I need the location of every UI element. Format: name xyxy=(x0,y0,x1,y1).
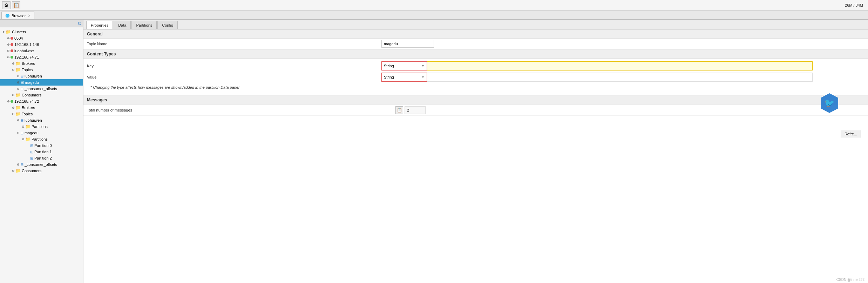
toggle-consumers-7471: ⊕ xyxy=(11,93,15,97)
tree-node-clusters[interactable]: ▾ 📁 Clusters xyxy=(0,29,83,35)
messages-row: Total number of messages 📋 2 xyxy=(83,105,868,116)
tree-node-192-168-1-146[interactable]: ⊕ 192.168.1.146 xyxy=(0,41,83,48)
tab-partitions[interactable]: Partitions xyxy=(131,21,157,29)
tree-node-magedu-7471[interactable]: ⊕ ⊞ magedu xyxy=(0,79,83,86)
folder-icon-consumers-7472: 📁 xyxy=(15,168,21,173)
tree-node-topics-7471[interactable]: ⊖ 📁 Topics xyxy=(0,67,83,73)
toggle-partitions-luohuiwen-7472: ⊕ xyxy=(21,125,25,128)
toggle-topics-7471: ⊖ xyxy=(11,68,15,72)
tree-area: ▾ 📁 Clusters ⊕ 0504 ⊕ 192.168.1.146 ⊕ lu… xyxy=(0,27,83,175)
label-partitions-magedu-7472: Partitions xyxy=(32,137,48,141)
browser-tab-close[interactable]: ✕ xyxy=(28,14,30,18)
sidebar-refresh-icon[interactable]: ↻ xyxy=(77,21,82,26)
key-type-extra-input[interactable] xyxy=(427,61,813,70)
tree-node-consumer-offsets-7471[interactable]: ⊕ ⊞ _consumer_offsets xyxy=(0,86,83,92)
tree-node-partition-2[interactable]: ⊞ Partition 2 xyxy=(0,155,83,161)
tree-node-192-168-74-71[interactable]: ⊖ 192.168.74.71 xyxy=(0,54,83,60)
content-panel: Properties Data Partitions Config Genera… xyxy=(83,20,868,283)
value-type-dropdown-arrow: ▼ xyxy=(421,75,425,79)
label-consumers-7472: Consumers xyxy=(22,169,41,173)
folder-icon-topics-7472: 📁 xyxy=(15,112,21,116)
toolbar-btn-1[interactable]: ⚙ xyxy=(2,1,11,9)
table-icon-magedu-7471: ⊞ xyxy=(20,80,24,85)
folder-icon-partitions-magedu-7472: 📁 xyxy=(25,137,30,142)
tree-node-topics-7472[interactable]: ⊖ 📁 Topics xyxy=(0,111,83,117)
browser-tab-icon: 🌐 xyxy=(5,14,9,18)
table-icon-luohuiwen-7471: ⊞ xyxy=(20,74,23,79)
content-types-area: Key String ▼ Value xyxy=(83,59,868,95)
key-type-select[interactable]: String ▼ xyxy=(381,61,427,70)
label-consumer-offsets-7471: _consumer_offsets xyxy=(25,87,57,91)
label-brokers-7471: Brokers xyxy=(22,61,35,66)
value-type-row: Value String ▼ xyxy=(87,73,864,82)
tree-node-magedu-7472[interactable]: ⊖ ⊞ magedu xyxy=(0,130,83,136)
tree-node-brokers-7471[interactable]: ⊕ 📁 Brokers xyxy=(0,60,83,67)
folder-icon-partitions-luohuiwen-7472: 📁 xyxy=(25,124,30,129)
tree-node-partitions-luohuiwen-7472[interactable]: ⊕ 📁 Partitions xyxy=(0,123,83,130)
table-icon-consumer-offsets-7472: ⊞ xyxy=(20,162,23,167)
tree-node-partition-0[interactable]: ⊞ Partition 0 xyxy=(0,142,83,149)
total-messages-value: 2 xyxy=(405,106,426,114)
tree-node-luoohuiwne[interactable]: ⊕ luoohuiwne xyxy=(0,48,83,54)
label-luoohuiwne: luoohuiwne xyxy=(14,49,34,53)
tab-properties[interactable]: Properties xyxy=(86,21,113,29)
browser-tab[interactable]: 🌐 Browser ✕ xyxy=(1,12,34,19)
label-192-168-74-72: 192.168.74.72 xyxy=(14,99,39,103)
bird-logo: 🐦 xyxy=(819,93,840,114)
tree-node-partition-1[interactable]: ⊞ Partition 1 xyxy=(0,149,83,155)
key-type-dropdown-arrow: ▼ xyxy=(421,64,425,68)
tab-partitions-label: Partitions xyxy=(136,23,152,27)
status-dot-luoohuiwne xyxy=(11,49,13,52)
tab-bar: 🌐 Browser ✕ xyxy=(0,11,868,20)
tree-node-partitions-magedu-7472[interactable]: ⊖ 📁 Partitions xyxy=(0,136,83,142)
section-content-types-title: Content Types xyxy=(87,52,116,56)
toggle-consumer-offsets-7471: ⊕ xyxy=(16,87,20,90)
table-icon-magedu-7472: ⊞ xyxy=(20,131,23,135)
label-brokers-7472: Brokers xyxy=(22,106,35,110)
tree-node-0504[interactable]: ⊕ 0504 xyxy=(0,35,83,41)
key-label: Key xyxy=(87,64,157,68)
section-content-types: Content Types Key String ▼ xyxy=(83,49,868,95)
content-tabs: Properties Data Partitions Config xyxy=(83,20,868,29)
status-dot-0504 xyxy=(11,37,13,40)
label-partition-1: Partition 1 xyxy=(34,150,52,154)
tab-config[interactable]: Config xyxy=(157,21,178,29)
settings-icon: ⚙ xyxy=(4,2,9,8)
toggle-brokers-7471: ⊕ xyxy=(11,62,15,65)
tree-node-192-168-74-72[interactable]: ⊖ 192.168.74.72 xyxy=(0,98,83,105)
toggle-magedu-7472: ⊖ xyxy=(16,131,20,135)
prop-row-topic-name: Topic Name xyxy=(83,39,868,49)
toolbar-buttons: ⚙ 📋 xyxy=(2,1,20,9)
memory-info: 26M / 34M xyxy=(845,3,866,7)
tree-node-consumers-7471[interactable]: ⊕ 📁 Consumers xyxy=(0,92,83,98)
properties-body: General Topic Name Content Types Key xyxy=(83,29,868,283)
tree-node-consumer-offsets-7472[interactable]: ⊕ ⊞ _consumer_offsets xyxy=(0,161,83,168)
clusters-folder-icon: 📁 xyxy=(6,29,11,34)
tab-data[interactable]: Data xyxy=(114,21,131,29)
value-type-select[interactable]: String ▼ xyxy=(381,73,427,82)
toggle-brokers-7472: ⊕ xyxy=(11,106,15,109)
toggle-consumer-offsets-7472: ⊕ xyxy=(16,163,20,166)
tree-node-consumers-7472[interactable]: ⊕ 📁 Consumers xyxy=(0,168,83,174)
value-label: Value xyxy=(87,75,157,79)
topic-name-value xyxy=(157,40,868,48)
tree-node-luohuiwen-7472[interactable]: ⊖ ⊞ luohuiwen xyxy=(0,117,83,123)
copy-messages-btn[interactable]: 📋 xyxy=(395,106,403,114)
main-layout: ↻ ▾ 📁 Clusters ⊕ 0504 ⊕ 192.168.1.146 xyxy=(0,20,868,283)
label-partition-0: Partition 0 xyxy=(34,143,52,148)
toggle-topics-7472: ⊖ xyxy=(11,112,15,116)
section-messages-header: Messages xyxy=(83,95,868,105)
sidebar-header: ↻ xyxy=(0,20,83,27)
label-192-168-1-146: 192.168.1.146 xyxy=(14,42,39,47)
label-topics-7472: Topics xyxy=(22,112,33,116)
clusters-label: Clusters xyxy=(12,30,26,34)
toolbar-btn-2[interactable]: 📋 xyxy=(12,1,20,9)
refresh-button[interactable]: Refre... xyxy=(841,130,861,138)
topic-name-input[interactable] xyxy=(381,40,434,48)
tab-config-label: Config xyxy=(162,23,173,27)
toggle-consumers-7472: ⊕ xyxy=(11,169,15,173)
folder-icon-brokers-7471: 📁 xyxy=(15,61,21,66)
tree-node-brokers-7472[interactable]: ⊕ 📁 Brokers xyxy=(0,105,83,111)
tree-node-luohuiwen-7471[interactable]: ⊕ ⊞ luohuiwen xyxy=(0,73,83,79)
key-type-row: Key String ▼ xyxy=(87,61,864,70)
